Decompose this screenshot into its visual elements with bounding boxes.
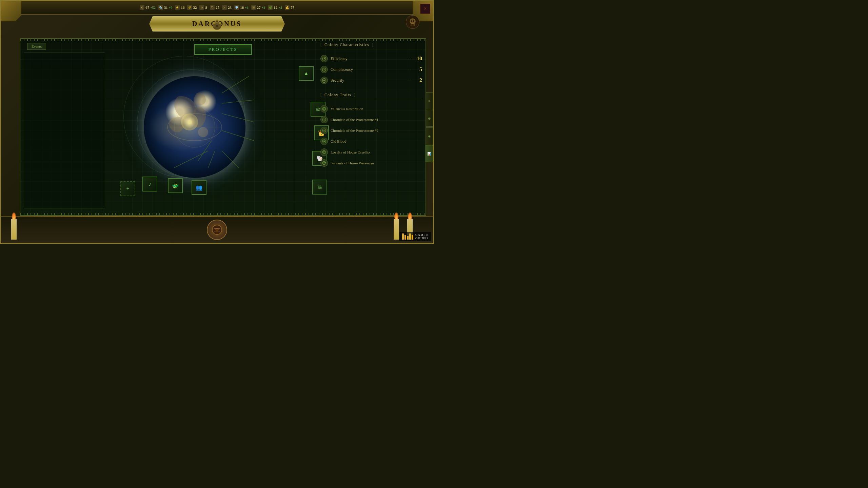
trait-valancius-icon [320,105,328,113]
skill-node-add[interactable]: + [120,181,135,196]
svg-point-29 [324,162,326,163]
svg-marker-1 [215,19,219,23]
svg-text:II: II [323,129,325,132]
side-tab-chart[interactable]: 📊 [426,145,433,162]
resource-gear: ⚙ 8 [199,5,207,10]
resource-pillar: 🏛 27 +4 [251,5,265,10]
corner-ornament-left [1,1,21,21]
gamer-guides-watermark: GAMERGUIDES [399,232,431,241]
trait-loyalty-orsellio-icon [320,148,328,156]
complacency-dots: --- [407,68,413,72]
ruler-bottom [20,213,426,215]
trait-chronicle2[interactable]: II Chronicle of the Protectorate #2 [320,125,422,136]
trait-loyalty-orsellio[interactable]: Loyalty of House Orsellio [320,147,422,158]
trait-chronicle2-icon: II [320,127,328,134]
svg-point-4 [216,24,218,27]
gg-bar2 [405,235,406,240]
power-icon: ⚡ [175,5,180,10]
skill-node-top[interactable]: ▲ [299,66,314,81]
candle-left-flame [12,212,16,219]
ruler-top [20,39,426,41]
gg-logo-bars [402,233,413,240]
food-icon: ⚙ [140,5,144,10]
resource-power: ⚡ 16 [175,5,184,10]
side-tab-3[interactable]: ◈ [426,127,433,144]
characteristics-header: [ Colony Characteristics ] [320,42,422,49]
trait-old-blood-label: Old Blood [331,139,346,143]
top-resource-bar: ⚙ 67 +52 🔩 31 +6 ⚡ 16 🌾 32 ⚙ 8 🛡 25 ⚔ 23 [1,1,433,15]
projects-button[interactable]: PROJECTS [194,44,252,55]
continent-overlay [144,76,245,178]
plant-icon: 🌿 [268,5,273,10]
trait-valancius[interactable]: Valancius Restoration [320,103,422,114]
candle-right [394,212,399,240]
security-dots: --- [407,79,413,82]
svg-point-6 [174,107,215,147]
candle-left [11,212,17,240]
pillar-icon: 🏛 [251,5,256,10]
bottom-center-emblem [207,220,227,240]
resource-sword: ⚔ 23 [222,5,232,10]
planet-container [137,69,252,185]
efficiency-dots: --- [407,57,413,61]
resource-plant: 🌿 12 +4 [268,5,282,10]
side-tab-2[interactable]: ⊕ [426,110,433,127]
efficiency-row: Efficiency --- 10 [320,53,422,64]
complacency-value: 5 [415,66,422,73]
trait-chronicle1[interactable]: I Chronicle of the Protectorate #1 [320,114,422,125]
trait-loyalty-orsellio-label: Loyalty of House Orsellio [331,150,370,154]
skill-node-bottom2-icon: 🐲 [171,181,180,190]
complacency-label: Complacency [331,67,405,72]
trait-chronicle2-label: Chronicle of the Protectorate #2 [331,128,378,133]
events-tab[interactable]: Events [27,43,46,50]
close-button[interactable]: × [420,4,430,14]
grain-icon: 🌾 [187,5,192,10]
gem-icon: 💎 [234,5,239,10]
trait-servants-werserian-label: Servants of House Werserian [331,161,374,165]
efficiency-icon [320,55,328,62]
skill-node-bottom3[interactable]: 👥 [192,180,206,195]
candle-far-right-flame [408,212,412,219]
svg-point-28 [323,162,324,163]
outer-frame: ⚙ 67 +52 🔩 31 +6 ⚡ 16 🌾 32 ⚙ 8 🛡 25 ⚔ 23 [0,0,434,244]
bottom-bar-top-line [1,217,433,217]
skill-node-bottom2[interactable]: 🐲 [168,178,183,193]
main-content-area: Events PROJECTS [20,38,426,216]
skull-icon [406,15,419,29]
trait-servants-werserian[interactable]: Servants of House Werserian [320,158,422,168]
candle-right-body [394,219,399,240]
traits-title: Colony Traits [324,93,351,98]
security-value: 2 [415,77,422,83]
svg-point-9 [198,127,208,137]
candle-right-flame [394,212,398,219]
gg-bar5 [412,235,413,240]
security-label: Security [331,78,405,83]
bottom-bar [1,216,433,243]
right-info-panel: [ Colony Characteristics ] Efficiency --… [320,42,422,212]
gear-icon: ⚙ [199,5,204,10]
skill-node-top-icon: ▲ [301,69,311,78]
coin-icon: 💰 [285,5,290,10]
side-tab-1[interactable]: ≡ [426,92,433,109]
trait-old-blood[interactable]: Old Blood [320,136,422,147]
colony-characteristics-section: [ Colony Characteristics ] Efficiency --… [320,42,422,86]
traits-header: [ Colony Traits ] [320,93,422,99]
efficiency-value: 10 [415,56,422,62]
skull-svg [409,18,417,26]
resource-shield: 🛡 25 [210,5,219,10]
events-panel [24,53,105,208]
svg-point-5 [167,114,222,141]
svg-point-8 [181,114,198,130]
eagle-emblem [207,15,227,35]
resource-ore: 🔩 31 +6 [158,5,173,10]
skill-node-bottom1[interactable]: ♪ [142,177,157,191]
resource-grain: 🌾 32 [187,5,197,10]
trait-valancius-label: Valancius Restoration [331,107,363,111]
ore-icon: 🔩 [158,5,163,10]
svg-point-32 [410,19,415,24]
add-skill-icon: + [123,184,133,194]
complacency-row: Complacency --- 5 [320,64,422,75]
planet-sphere [144,76,245,178]
bottom-emblem-icon [211,224,223,236]
svg-point-34 [411,20,412,22]
